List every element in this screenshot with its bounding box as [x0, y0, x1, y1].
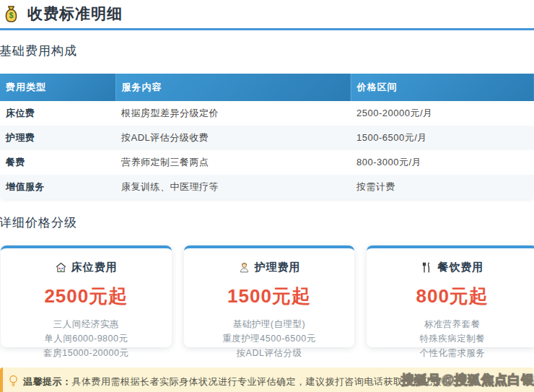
tip-label: 温馨提示：: [23, 376, 72, 387]
card-detail-line: 标准营养套餐: [367, 317, 534, 331]
card-title-row: 餐饮费用: [367, 261, 534, 274]
nurse-icon: [238, 261, 250, 274]
card-price: 1500元起: [184, 284, 355, 309]
cell-fee-type: 增值服务: [0, 175, 115, 199]
cell-fee-type: 餐费: [0, 150, 115, 175]
card-details: 三人间经济实惠 单人间6000-9800元 套房15000-20000元: [1, 317, 172, 360]
svg-text:$: $: [9, 11, 14, 19]
table-row: 餐费 营养师定制三餐两点 800-3000元/月: [0, 150, 534, 175]
title-underline: [0, 28, 534, 30]
section-heading-price-tiers: 详细价格分级: [0, 214, 77, 231]
card-detail-line: 三人间经济实惠: [1, 317, 172, 331]
cell-price: 按需计费: [351, 175, 534, 199]
house-icon: [55, 261, 67, 274]
cell-price: 2500-20000元/月: [351, 101, 534, 126]
card-details: 标准营养套餐 特殊疾病定制餐 个性化需求服务: [367, 317, 534, 360]
cell-service: 营养师定制三餐两点: [115, 150, 351, 175]
price-card-bed: 床位费用 2500元起 三人间经济实惠 单人间6000-9800元 套房1500…: [1, 245, 172, 347]
card-title: 餐饮费用: [437, 261, 483, 274]
cell-service: 康复训练、中医理疗等: [115, 175, 351, 199]
fee-table: 费用类型 服务内容 价格区间 床位费 根据房型差异分级定价 2500-20000…: [0, 74, 534, 199]
card-detail-line: 重度护理4500-6500元: [184, 331, 355, 346]
card-detail-line: 个性化需求服务: [367, 346, 534, 360]
card-detail-line: 单人间6000-9800元: [1, 331, 172, 346]
card-title-row: 护理费用: [184, 261, 355, 274]
table-row: 床位费 根据房型差异分级定价 2500-20000元/月: [0, 101, 534, 126]
card-detail-line: 套房15000-20000元: [1, 346, 172, 360]
col-header-service: 服务内容: [115, 74, 351, 101]
cell-fee-type: 护理费: [0, 126, 115, 150]
lightbulb-icon: [9, 375, 18, 387]
page-header: $ 收费标准明细: [1, 4, 123, 24]
card-price: 800元起: [367, 284, 534, 309]
fee-table-header-row: 费用类型 服务内容 价格区间: [0, 74, 534, 101]
cell-service: 按ADL评估分级收费: [115, 126, 351, 150]
table-row: 护理费 按ADL评估分级收费 1500-6500元/月: [0, 126, 534, 150]
tip-text-block: 温馨提示：具体费用需根据长者实际身体状况进行专业评估确定，建议拨打咨询电话获取个…: [23, 375, 462, 388]
price-card-meals: 餐饮费用 800元起 标准营养套餐 特殊疾病定制餐 个性化需求服务: [367, 245, 534, 347]
cell-price: 800-3000元/月: [351, 150, 534, 175]
cell-fee-type: 床位费: [0, 101, 115, 126]
watermark-sohu: 搜狐号@搜狐焦点白银站: [401, 371, 534, 388]
price-card-nursing: 护理费用 1500元起 基础护理(自理型) 重度护理4500-6500元 按AD…: [184, 245, 355, 347]
cell-price: 1500-6500元/月: [351, 126, 534, 150]
card-detail-line: 基础护理(自理型): [184, 317, 355, 331]
page-title: 收费标准明细: [27, 4, 123, 24]
card-price: 2500元起: [1, 284, 172, 309]
cell-service: 根据房型差异分级定价: [115, 101, 351, 126]
cutlery-icon: [421, 261, 433, 274]
card-title: 护理费用: [255, 261, 301, 274]
card-detail-line: 按ADL评估分级: [184, 346, 355, 360]
col-header-price: 价格区间: [351, 74, 534, 101]
card-detail-line: 特殊疾病定制餐: [367, 331, 534, 346]
money-bag-icon: $: [1, 4, 21, 24]
price-cards-row: 床位费用 2500元起 三人间经济实惠 单人间6000-9800元 套房1500…: [1, 245, 534, 347]
card-title: 床位费用: [71, 261, 118, 274]
section-heading-basic-fees: 基础费用构成: [0, 43, 77, 59]
card-title-row: 床位费用: [1, 261, 172, 274]
col-header-fee-type: 费用类型: [0, 74, 115, 101]
table-row: 增值服务 康复训练、中医理疗等 按需计费: [0, 175, 534, 199]
card-details: 基础护理(自理型) 重度护理4500-6500元 按ADL评估分级: [184, 317, 355, 360]
